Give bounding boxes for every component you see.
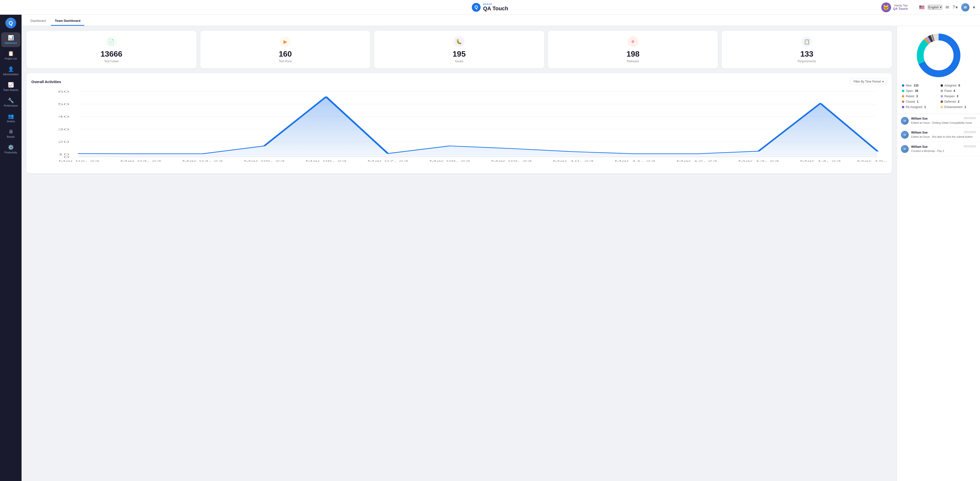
help-button[interactable]: ? ▾ (953, 5, 958, 10)
qa-touch-logo: DCKAP QA Touch (483, 3, 508, 12)
chart-title: Overall Activities (31, 80, 61, 84)
legend-label-reassigned: Re Assigned (906, 105, 922, 109)
svg-text:Mar 08, 23: Mar 08, 23 (429, 159, 470, 162)
activity-avatar-act3: W (901, 145, 909, 153)
activity-date-act2: 03/15/2023 (964, 131, 976, 134)
svg-text:20: 20 (58, 140, 69, 143)
area-chart: 60 50 40 30 20 10 0 (31, 89, 887, 167)
handy-tips-section: 🐱 Handy Tips QA Touch (881, 2, 908, 12)
donut-chart (914, 31, 963, 80)
sidebar-item-boards[interactable]: 🖥 Boards (1, 126, 20, 141)
legend-count-enhancement: 1 (964, 105, 966, 109)
content-area: Dashboard Team Dashboard 📄 13666 Test Ca… (22, 15, 980, 481)
filter-dropdown[interactable]: Filter By Time Period ▾ (850, 78, 887, 85)
activity-body-act3: William Sue 03/15/2023 Created a Mindmap… (911, 145, 976, 153)
legend-count-deferred: 2 (958, 100, 959, 104)
stat-label-test-runs: Test Runs (279, 59, 292, 63)
legend-dot-fixed (940, 90, 943, 92)
legend-item-deferred: Deferred 2 (940, 100, 975, 104)
activity-avatar-act1: W (901, 117, 909, 125)
legend-label-reopen: Reopen (945, 95, 955, 98)
navbar-actions: 🇺🇸 English ▾ ✉ ? ▾ W ▾ (919, 3, 975, 11)
legend-count-assigned: 8 (958, 84, 960, 87)
handy-tips-bot-label: QA Touch (893, 7, 908, 11)
legend-item-fixed: Fixed 4 (940, 89, 975, 92)
stat-card-test-runs: ▶ 160 Test Runs (200, 31, 371, 68)
chart-section: Overall Activities Filter By Time Period… (27, 73, 892, 173)
avatar-chevron[interactable]: ▾ (973, 5, 975, 10)
activity-text-act2: Edited an Issue - Not able to click the … (911, 135, 976, 139)
stat-cards: 📄 13666 Test Cases ▶ 160 Test Runs 🐛 195… (27, 31, 892, 68)
stat-number-issues: 195 (452, 49, 466, 59)
sidebar: Q 📊 Dashboard 📋 Project List 👤 Administr… (0, 15, 22, 481)
sidebar-item-productivity[interactable]: ⚙️ Productivity (1, 142, 20, 156)
activity-header-act2: William Sue 03/15/2023 (911, 131, 976, 134)
activity-body-act1: William Sue 03/15/2023 Edited an Issue -… (911, 117, 976, 125)
legend-dot-open (902, 90, 904, 92)
legend-dot-assigned (940, 84, 943, 87)
svg-text:40: 40 (58, 115, 69, 118)
jenkins-icon: 👥 (8, 113, 14, 119)
legend-item-enhancement: Enhancement 1 (940, 105, 975, 109)
dashboard-icon: 📊 (8, 35, 14, 41)
svg-text:Mar 02, 23: Mar 02, 23 (59, 159, 99, 162)
legend-count-reassigned: 1 (924, 105, 926, 109)
sidebar-item-team-reports[interactable]: 📈 Team Reports (1, 80, 20, 94)
svg-text:Mar 15, 23: Mar 15, 23 (857, 159, 887, 162)
svg-text:Mar 09, 23: Mar 09, 23 (491, 159, 532, 162)
activity-date-act1: 03/15/2023 (964, 117, 976, 119)
sidebar-item-dashboard[interactable]: 📊 Dashboard (1, 32, 20, 47)
language-selector[interactable]: English ▾ (928, 5, 942, 10)
stat-card-requirements: 📋 133 Requirements (722, 31, 892, 68)
svg-text:60: 60 (58, 90, 69, 93)
project-list-icon: 📋 (8, 51, 14, 56)
activity-feed: W William Sue 03/15/2023 Edited an Issue… (897, 114, 980, 481)
tab-team-dashboard[interactable]: Team Dashboard (51, 16, 84, 26)
svg-text:Mar 04, 23: Mar 04, 23 (182, 159, 223, 162)
tab-dashboard[interactable]: Dashboard (27, 16, 50, 26)
stat-number-releases: 198 (627, 49, 640, 59)
sidebar-item-performance[interactable]: 🔧 Performance (1, 95, 20, 110)
legend-count-fixed: 4 (953, 89, 955, 92)
navbar-brand: Q DCKAP QA Touch (472, 3, 508, 12)
tabs-bar: Dashboard Team Dashboard (22, 15, 980, 26)
qa-touch-logo-icon: Q (472, 3, 481, 12)
stat-number-test-runs: 160 (279, 49, 292, 59)
legend-item-reassigned: Re Assigned 1 (902, 105, 937, 109)
legend-count-retest: 3 (916, 95, 918, 98)
activity-header-act3: William Sue 03/15/2023 (911, 145, 976, 148)
donut-wrapper (902, 31, 975, 80)
activity-item-act1: W William Sue 03/15/2023 Edited an Issue… (897, 114, 980, 128)
releases-icon: ✈ (628, 36, 638, 47)
stat-card-test-cases: 📄 13666 Test Cases (27, 31, 196, 68)
legend-count-new: 133 (913, 84, 918, 87)
sidebar-item-administration[interactable]: 👤 Administration (1, 64, 20, 78)
stat-label-releases: Releases (627, 59, 639, 63)
svg-text:Mar 06, 23: Mar 06, 23 (305, 159, 347, 162)
legend-label-new: New (906, 84, 912, 87)
productivity-icon: ⚙️ (8, 144, 14, 150)
activity-item-act2: W William Sue 03/15/2023 Edited an Issue… (897, 128, 980, 142)
navbar: 🐱 Handy Tips QA Touch Q DCKAP QA Touch 🇺… (0, 0, 980, 15)
activity-body-act2: William Sue 03/15/2023 Edited an Issue -… (911, 131, 976, 139)
requirements-icon: 📋 (802, 36, 812, 47)
sidebar-label-project-list: Project List (5, 57, 17, 60)
chevron-down-icon: ▾ (940, 5, 942, 9)
sidebar-label-jenkins: Jenkins (6, 120, 15, 123)
legend-item-new: New 133 (902, 84, 937, 87)
legend-item-closed: Closed 1 (902, 100, 937, 104)
user-avatar[interactable]: W (961, 3, 969, 11)
legend-count-open: 39 (915, 89, 918, 92)
donut-card: New 133 Assigned 8 Open 39 Fixed 4 Retes… (897, 26, 980, 114)
activity-avatar-act2: W (901, 131, 909, 139)
sidebar-item-jenkins[interactable]: 👥 Jenkins (1, 111, 20, 126)
legend-dot-reopen (940, 95, 943, 97)
legend-label-open: Open (906, 89, 913, 92)
mail-button[interactable]: ✉ (945, 5, 949, 10)
legend-dot-new (902, 84, 904, 87)
legend-label-retest: Retest (906, 95, 914, 98)
chevron-down-icon: ▾ (956, 5, 958, 10)
handy-tips-mascot-icon: 🐱 (881, 2, 891, 12)
issues-icon: 🐛 (454, 36, 465, 47)
sidebar-item-project-list[interactable]: 📋 Project List (1, 48, 20, 63)
